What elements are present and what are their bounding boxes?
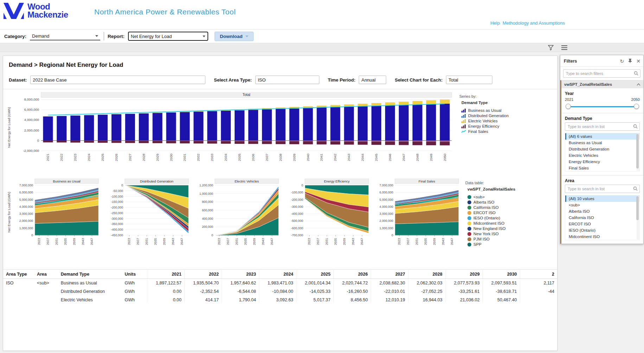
filter-list-item[interactable]: Midcontinent ISO (565, 233, 639, 240)
legend-item[interactable]: Electric Vehicles (461, 119, 521, 123)
table-cell: 1,897,122.57 (147, 279, 185, 288)
filter-list-item[interactable]: Distributed Generation (565, 146, 639, 152)
svg-text:2046: 2046 (388, 154, 392, 161)
svg-text:-50,000: -50,000 (113, 189, 123, 193)
category-select[interactable]: Demand (30, 32, 100, 40)
filter-list-item[interactable]: Final Sales (565, 165, 639, 171)
scrollbar[interactable] (637, 134, 639, 171)
report-select[interactable]: Net Energy for Load (128, 32, 208, 41)
filter-list-item[interactable]: Business as Usual (565, 140, 639, 146)
legend-item[interactable]: Midcontinent ISO (467, 221, 531, 225)
area-filter: Area (All) 10 values<sub>Alberta ISOCali… (561, 175, 643, 244)
legend-item[interactable]: New York ISO (467, 232, 531, 236)
svg-text:1,000,000: 1,000,000 (199, 192, 213, 195)
energy-efficiency-chart[interactable]: Energy Efficiency0-100,000-200,000-300,0… (283, 179, 370, 253)
color-dot-icon (467, 222, 471, 225)
svg-text:400,000: 400,000 (202, 217, 213, 220)
svg-text:2043: 2043 (261, 238, 265, 245)
filter-list-item[interactable]: <sub> (565, 202, 639, 208)
filter-funnel-icon[interactable] (548, 45, 554, 50)
dashboard-panel: Demand > Regional Net Energy for Load Da… (3, 56, 557, 351)
filter-list-item[interactable]: ERCOT ISO (565, 221, 639, 227)
legend-item[interactable]: Energy Efficiency (461, 124, 521, 128)
legend-item[interactable]: IESO (Ontario) (467, 216, 531, 220)
hamburger-menu-icon[interactable] (561, 45, 567, 50)
chart-for-each-select[interactable]: Total (446, 76, 492, 84)
svg-text:7,000,000: 7,000,000 (19, 184, 33, 187)
svg-text:2049: 2049 (429, 154, 433, 161)
demand-type-legend-items: Business as UsualDistributed GenerationE… (459, 108, 521, 134)
time-period-label: Time Period: (328, 77, 356, 83)
separator (104, 32, 104, 40)
demand-type-label: Demand Type (565, 116, 640, 121)
table-cell: 2,117 (520, 279, 557, 288)
legend-item[interactable]: <sub> (467, 195, 531, 199)
svg-text:2035: 2035 (154, 238, 157, 245)
filter-list-item[interactable]: (All) 10 values (565, 195, 639, 202)
svg-text:1,000,000: 1,000,000 (19, 226, 33, 230)
electric-vehicles-chart[interactable]: Electric Vehicles1,200,0001,000,000800,0… (193, 179, 280, 253)
filter-card-header[interactable]: vwSPT_ZonalRetailSales (561, 81, 643, 88)
table-cell (34, 287, 58, 296)
methodology-link[interactable]: Methodology and Assumptions (503, 20, 565, 26)
close-icon[interactable]: ✕ (636, 59, 640, 64)
app-header: Wood Mackenzie North America Power & Ren… (0, 0, 644, 30)
filter-list-item[interactable]: Electric Vehicles (565, 152, 639, 159)
legend-item[interactable]: Distributed Generation (461, 114, 521, 118)
svg-text:2031: 2031 (145, 238, 148, 245)
legend-item-label: SPP (473, 242, 482, 246)
dataset-select[interactable]: 2022 Base Case (30, 76, 205, 84)
svg-text:0: 0 (301, 184, 303, 187)
legend-item[interactable]: PJM ISO (467, 237, 531, 241)
svg-text:2031: 2031 (325, 238, 329, 245)
demand-type-search-input[interactable] (565, 122, 640, 131)
data-table: Area TypeAreaDemand TypeUnits20212022202… (3, 270, 557, 303)
year-slider[interactable] (566, 104, 638, 109)
filter-list-item[interactable]: Alberta ISO (565, 208, 639, 214)
legend-item[interactable]: SPP (467, 242, 531, 246)
filter-list-item[interactable]: Energy Efficiency (565, 159, 639, 165)
filter-list-item[interactable]: California ISO (565, 214, 639, 221)
filter-list-item[interactable]: (All) 6 values (565, 133, 639, 140)
legend-item[interactable]: ERCOT ISO (467, 211, 531, 215)
pin-icon[interactable] (628, 58, 632, 64)
svg-text:2031: 2031 (55, 238, 58, 245)
color-dot-icon (467, 206, 471, 210)
svg-text:2024: 2024 (87, 154, 91, 161)
legend-item[interactable]: New England ISO (467, 226, 531, 231)
slider-handle-min[interactable] (566, 104, 571, 109)
time-period-select[interactable]: Annual (359, 76, 386, 84)
legend-item[interactable]: Final Sales (461, 129, 521, 134)
reset-filters-icon[interactable]: ↻ (620, 59, 624, 64)
help-link[interactable]: Help (490, 20, 500, 26)
download-button[interactable]: Download (215, 32, 254, 41)
table-column-header: 2025 (296, 270, 333, 279)
area-search-input[interactable] (565, 185, 640, 193)
legend-item[interactable]: Business as Usual (461, 108, 521, 113)
distributed-generation-chart[interactable]: Distributed Generation0-50,000-100,000-1… (103, 179, 190, 253)
svg-text:600,000: 600,000 (202, 208, 213, 212)
color-dot-icon (467, 237, 471, 241)
total-bar-chart[interactable]: Total8,000,0006,000,0004,000,0002,000,00… (13, 92, 454, 167)
business-as-usual-chart[interactable]: Business as Usual7,000,0006,000,0005,000… (13, 179, 100, 253)
svg-text:2045: 2045 (374, 154, 378, 161)
category-label: Category: (4, 34, 26, 39)
legend-item-label: PJM ISO (473, 237, 490, 241)
legend-item[interactable]: California ISO (467, 205, 531, 210)
svg-text:2023: 2023 (127, 238, 131, 245)
legend-item-label: Energy Efficiency (468, 124, 499, 128)
final-sales-chart[interactable]: Final Sales7,000,0006,000,0005,000,0004,… (373, 179, 460, 253)
legend-item[interactable]: Alberta ISO (467, 200, 531, 204)
table-cell (3, 296, 34, 303)
filters-search-input[interactable] (563, 69, 640, 78)
color-dot-icon (467, 195, 471, 199)
table-cell: Electric Vehicles (58, 296, 122, 303)
table-cell: Business as Usual (58, 279, 122, 288)
scrollbar[interactable] (637, 196, 639, 239)
area-type-label: Select Area Type: (214, 77, 252, 83)
svg-text:Final Sales: Final Sales (419, 179, 435, 183)
svg-text:2044: 2044 (361, 154, 364, 161)
slider-handle-max[interactable] (634, 104, 639, 109)
filter-list-item[interactable]: IESO (Ontario) (565, 227, 639, 233)
area-type-select[interactable]: ISO (255, 76, 319, 84)
